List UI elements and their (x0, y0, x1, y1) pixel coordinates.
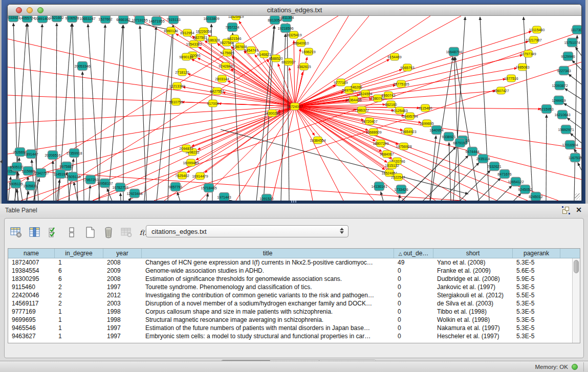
graph-node[interactable]: 2803144 (215, 75, 229, 82)
graph-node[interactable]: 2718120 (175, 69, 189, 76)
graph-node[interactable]: 10654122 (508, 178, 524, 186)
graph-node[interactable]: 862160 (385, 101, 397, 108)
graph-node[interactable]: 1117304 (571, 26, 581, 34)
graph-node[interactable]: 14055724 (19, 16, 35, 23)
graph-node[interactable]: 9227343 (557, 67, 571, 75)
graph-node[interactable]: 9245052 (518, 185, 532, 194)
graph-node[interactable]: 15751074 (564, 38, 580, 47)
graph-node[interactable]: 18775165 (393, 80, 409, 87)
graph-node[interactable]: 9065793 (400, 64, 414, 71)
table-row[interactable]: 1456911722003Disruption of a novel membe… (8, 299, 580, 308)
graph-node[interactable]: 6879197 (453, 139, 467, 147)
graph-node[interactable]: 1733426 (394, 185, 408, 194)
graph-node[interactable]: 1877516 (504, 75, 518, 82)
graph-node[interactable]: 9474444 (465, 147, 479, 156)
graph-node[interactable]: 12923448 (126, 189, 142, 198)
graph-node[interactable]: 20053346 (74, 62, 90, 71)
table-row[interactable]: 946554611997Estimation of the future num… (8, 324, 580, 332)
table-row[interactable]: 1938455462009Genome-wide association stu… (8, 267, 580, 275)
graph-node[interactable]: 15692971 (558, 125, 574, 134)
unselect-all-button[interactable] (64, 226, 79, 239)
graph-node[interactable]: 7485083 (515, 63, 529, 71)
network-view-window[interactable]: citations_edges.txt 18724007183002951938… (7, 4, 582, 201)
table-row[interactable]: 969969511998Structural magnetic resonanc… (8, 316, 580, 324)
graph-node[interactable]: 1091520 (259, 194, 273, 201)
graph-node[interactable]: 9699695 (420, 120, 433, 127)
float-panel-icon[interactable] (562, 207, 570, 214)
graph-node[interactable]: 16033809 (203, 16, 219, 23)
graph-node[interactable]: 16210643 (554, 111, 570, 119)
graph-node[interactable]: 9777169 (334, 79, 347, 86)
table-row[interactable]: 946362711997Embryonic stem cells: a mode… (8, 332, 580, 340)
column-header-in_degree[interactable]: in_degree (55, 249, 103, 258)
select-all-button[interactable] (46, 226, 61, 239)
graph-node[interactable]: 8822037 (281, 58, 295, 65)
graph-node[interactable]: 7515133 (166, 16, 180, 24)
graph-node[interactable]: 7632621 (487, 162, 501, 171)
memory-ok-indicator-icon[interactable] (572, 364, 578, 370)
table-row[interactable]: 1872400712008Changes of HCN gene express… (8, 258, 580, 267)
graph-node[interactable]: 8471676 (497, 170, 511, 179)
graph-node[interactable]: 18495794 (402, 113, 418, 120)
table-row[interactable]: 977716911998Corpus callosum shape and si… (8, 308, 580, 316)
graph-node[interactable]: 1527602 (98, 16, 112, 24)
graph-node[interactable]: 5905135 (9, 180, 23, 188)
panel-collapse-arrow-icon[interactable] (0, 160, 3, 164)
graph-node[interactable]: 9106528 (65, 16, 79, 23)
table-row[interactable]: 2242004622012Investigating the contribut… (8, 291, 580, 299)
graph-node[interactable]: 19756928 (396, 143, 411, 150)
close-panel-icon[interactable]: ✕ (576, 206, 582, 214)
graph-node[interactable]: 9129946 (561, 52, 575, 61)
graph-node[interactable]: 1696219 (301, 48, 315, 55)
graph-node[interactable]: 6466162 (116, 16, 130, 24)
graph-node[interactable]: 3215953 (539, 105, 553, 114)
graph-node[interactable]: 9338921 (442, 133, 455, 141)
graph-node[interactable]: 10719155 (132, 16, 147, 25)
table-row[interactable]: 1830029562008Estimation of significance … (8, 275, 580, 283)
column-header-short[interactable]: short (433, 249, 513, 258)
graph-node[interactable]: 8813054 (268, 16, 281, 25)
graph-node[interactable]: 11525419 (228, 16, 244, 20)
column-header-name[interactable]: name (8, 249, 55, 258)
graph-node[interactable]: 917004 (207, 100, 219, 107)
graph-node[interactable]: 8960123 (164, 27, 178, 34)
graph-node[interactable]: 2033921 (8, 16, 20, 22)
network-canvas[interactable]: 1872400718300295193845548960123891295418… (8, 16, 581, 201)
new-column-button[interactable] (82, 226, 98, 239)
graph-node[interactable]: 17359918 (66, 149, 82, 158)
splitter-handle[interactable] (291, 201, 297, 203)
graph-node[interactable]: 16648794 (446, 48, 462, 56)
table-settings-button[interactable] (9, 226, 24, 239)
graph-node[interactable]: 1640954 (429, 126, 443, 135)
graph-node[interactable]: 1891447 (24, 150, 38, 159)
table-scrollbar[interactable] (572, 258, 580, 343)
column-header-title[interactable]: title (142, 249, 394, 258)
graph-node[interactable]: 1244419 (552, 96, 565, 105)
graph-node[interactable]: 10653247 (79, 16, 95, 23)
graph-node[interactable]: 12093872 (552, 81, 568, 90)
graph-node[interactable]: 16099489 (183, 159, 199, 166)
graph-node[interactable]: 746266 (350, 83, 362, 91)
table-selector-dropdown[interactable]: citations_edges.txt (146, 225, 349, 237)
graph-node[interactable]: 8912954 (180, 29, 194, 36)
window-titlebar[interactable]: citations_edges.txt (8, 5, 581, 16)
graph-node[interactable]: 10607427 (493, 87, 509, 94)
graph-node[interactable]: 8411304 (280, 16, 294, 22)
column-header-year[interactable]: year (103, 249, 142, 258)
graph-node[interactable]: 9115460 (419, 104, 432, 112)
graph-node[interactable]: 10797349 (520, 50, 536, 57)
column-visibility-button[interactable] (27, 226, 42, 239)
node-table[interactable]: namein_degreeyeartitle△out_de…shortpager… (8, 248, 580, 343)
column-header-pagerank[interactable]: pagerank (513, 249, 560, 258)
graph-node[interactable]: 10115480 (529, 26, 545, 33)
graph-node[interactable]: 19384554 (310, 137, 325, 144)
graph-node[interactable]: 18720407 (361, 118, 377, 125)
graph-node[interactable]: 17957253 (82, 176, 98, 184)
graph-node[interactable]: 18640910 (293, 39, 309, 47)
graph-node[interactable]: 1521602 (50, 16, 63, 22)
graph-node[interactable]: 1971443 (217, 193, 231, 201)
graph-node[interactable]: 20891406 (34, 16, 50, 23)
graph-node[interactable]: 22342757 (33, 169, 49, 178)
delete-column-button[interactable] (101, 226, 116, 239)
table-row[interactable]: 911546021997Tourette syndrome. Phenomeno… (8, 283, 580, 291)
